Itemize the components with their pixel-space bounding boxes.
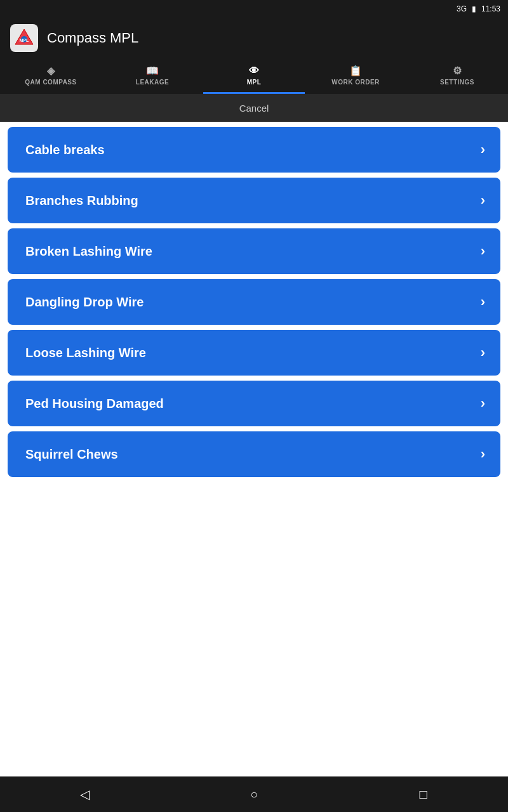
dangling-drop-wire-label: Dangling Drop Wire: [25, 295, 144, 310]
tab-qam-compass-label: QAM COMPASS: [25, 79, 76, 86]
battery-icon: ▮: [472, 4, 476, 13]
tab-leakage[interactable]: 📖 LEAKAGE: [102, 58, 203, 94]
chevron-right-icon: ›: [481, 141, 485, 158]
tab-bar: ◈ QAM COMPASS 📖 LEAKAGE 👁 MPL 📋 WORK ORD…: [0, 58, 508, 94]
app-logo: MPL: [10, 24, 38, 52]
mpl-icon: 👁: [249, 65, 260, 77]
cancel-label: Cancel: [239, 103, 269, 114]
dangling-drop-wire-button[interactable]: Dangling Drop Wire ›: [8, 279, 500, 325]
tab-settings[interactable]: ⚙ SETTINGS: [406, 58, 508, 94]
qam-compass-icon: ◈: [47, 65, 55, 77]
ped-housing-damaged-label: Ped Housing Damaged: [25, 396, 164, 411]
chevron-right-icon: ›: [481, 446, 485, 462]
broken-lashing-wire-button[interactable]: Broken Lashing Wire ›: [8, 228, 500, 274]
bottom-nav: ◁ ○ □: [0, 776, 508, 812]
back-button[interactable]: ◁: [69, 779, 100, 809]
tab-mpl[interactable]: 👁 MPL: [203, 58, 305, 94]
status-bar: 3G ▮ 11:53: [0, 0, 508, 18]
chevron-right-icon: ›: [481, 395, 485, 412]
squirrel-chews-button[interactable]: Squirrel Chews ›: [8, 431, 500, 477]
squirrel-chews-label: Squirrel Chews: [25, 447, 118, 462]
chevron-right-icon: ›: [481, 344, 485, 361]
settings-icon: ⚙: [453, 65, 462, 77]
cable-breaks-label: Cable breaks: [25, 143, 105, 157]
cancel-bar[interactable]: Cancel: [0, 94, 508, 122]
chevron-right-icon: ›: [481, 192, 485, 209]
leakage-icon: 📖: [146, 65, 159, 77]
chevron-right-icon: ›: [481, 294, 485, 310]
loose-lashing-wire-label: Loose Lashing Wire: [25, 346, 146, 360]
recents-button[interactable]: □: [408, 779, 439, 809]
tab-work-order-label: WORK ORDER: [331, 79, 380, 86]
broken-lashing-wire-label: Broken Lashing Wire: [25, 244, 152, 259]
chevron-right-icon: ›: [481, 243, 485, 259]
branches-rubbing-button[interactable]: Branches Rubbing ›: [8, 178, 500, 223]
time-display: 11:53: [481, 4, 500, 13]
signal-indicator: 3G: [457, 4, 467, 13]
app-bar: MPL Compass MPL: [0, 18, 508, 58]
cable-breaks-button[interactable]: Cable breaks ›: [8, 127, 500, 173]
branches-rubbing-label: Branches Rubbing: [25, 193, 138, 208]
tab-mpl-label: MPL: [247, 79, 262, 86]
tab-leakage-label: LEAKAGE: [136, 79, 169, 86]
tab-work-order[interactable]: 📋 WORK ORDER: [305, 58, 406, 94]
ped-housing-damaged-button[interactable]: Ped Housing Damaged ›: [8, 381, 500, 426]
main-content: Cable breaks › Branches Rubbing › Broken…: [0, 122, 508, 776]
home-button[interactable]: ○: [239, 779, 269, 809]
svg-text:MPL: MPL: [20, 38, 30, 43]
app-title: Compass MPL: [47, 30, 138, 46]
loose-lashing-wire-button[interactable]: Loose Lashing Wire ›: [8, 330, 500, 376]
tab-settings-label: SETTINGS: [440, 79, 474, 86]
work-order-icon: 📋: [349, 65, 363, 77]
tab-qam-compass[interactable]: ◈ QAM COMPASS: [0, 58, 102, 94]
